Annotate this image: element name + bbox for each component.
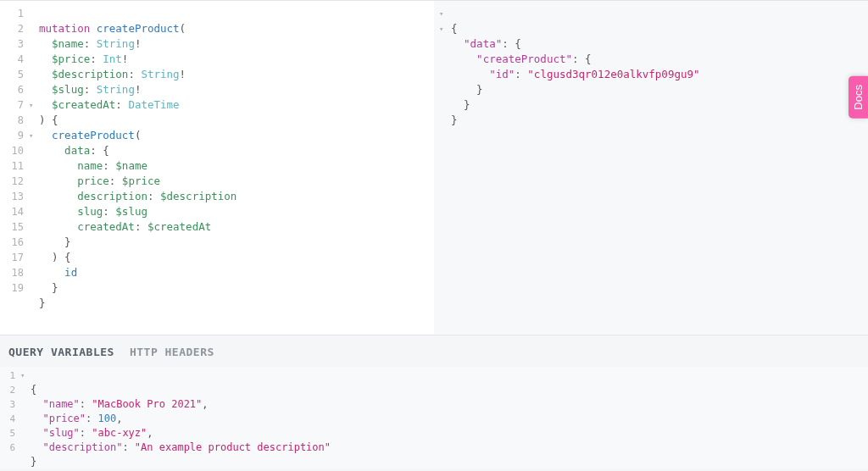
docs-button[interactable]: Docs: [849, 76, 868, 119]
editor-area: 12345678910111213141516171819 ▾▾ mutatio…: [0, 0, 868, 335]
query-fold-gutter: ▾▾: [29, 6, 37, 296]
vars-fold-gutter: ▾: [20, 368, 29, 460]
response-viewer[interactable]: ▾▾ { "data": { "createProduct": { "id": …: [434, 1, 868, 335]
bottom-panel: QUERY VARIABLES HTTP HEADERS 123456 ▾ { …: [0, 335, 868, 471]
tab-http-headers[interactable]: HTTP HEADERS: [130, 346, 214, 358]
vars-code[interactable]: { "name": "MacBook Pro 2021", "price": 1…: [31, 368, 331, 471]
query-editor[interactable]: 12345678910111213141516171819 ▾▾ mutatio…: [0, 1, 434, 335]
vars-gutter: 123456: [0, 368, 20, 455]
query-gutter: 12345678910111213141516171819: [0, 6, 29, 296]
bottom-tabs: QUERY VARIABLES HTTP HEADERS: [0, 335, 868, 367]
response-code: { "data": { "createProduct": { "id": "cl…: [451, 6, 700, 143]
response-fold-gutter: ▾▾: [439, 6, 448, 113]
query-code[interactable]: mutation createProduct( $name: String! $…: [39, 6, 236, 326]
variables-editor[interactable]: 123456 ▾ { "name": "MacBook Pro 2021", "…: [0, 367, 868, 468]
tab-query-variables[interactable]: QUERY VARIABLES: [8, 346, 114, 358]
